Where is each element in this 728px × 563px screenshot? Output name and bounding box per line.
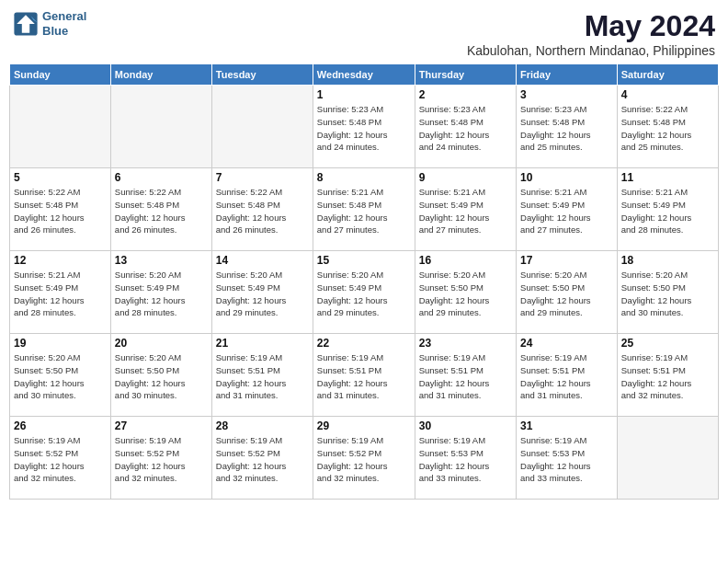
calendar-cell: 16Sunrise: 5:20 AMSunset: 5:50 PMDayligh… <box>415 251 516 334</box>
day-number: 25 <box>621 337 714 350</box>
calendar-cell: 17Sunrise: 5:20 AMSunset: 5:50 PMDayligh… <box>517 251 618 334</box>
day-number: 3 <box>520 88 613 101</box>
weekday-header-friday: Friday <box>517 64 618 86</box>
calendar-cell: 27Sunrise: 5:19 AMSunset: 5:52 PMDayligh… <box>110 417 211 500</box>
logo-icon <box>13 11 39 37</box>
calendar-cell: 26Sunrise: 5:19 AMSunset: 5:52 PMDayligh… <box>10 417 111 500</box>
day-info: Sunrise: 5:19 AMSunset: 5:52 PMDaylight:… <box>216 434 309 485</box>
calendar-cell: 30Sunrise: 5:19 AMSunset: 5:53 PMDayligh… <box>415 417 516 500</box>
calendar-cell: 28Sunrise: 5:19 AMSunset: 5:52 PMDayligh… <box>211 417 313 500</box>
day-number: 26 <box>14 419 107 432</box>
day-info: Sunrise: 5:23 AMSunset: 5:48 PMDaylight:… <box>317 103 411 154</box>
week-row-5: 26Sunrise: 5:19 AMSunset: 5:52 PMDayligh… <box>10 417 719 500</box>
calendar-cell: 8Sunrise: 5:21 AMSunset: 5:48 PMDaylight… <box>313 168 415 251</box>
weekday-header-saturday: Saturday <box>617 64 718 86</box>
title-block: May 2024 Kabulohan, Northern Mindanao, P… <box>467 9 715 58</box>
day-number: 11 <box>621 171 714 184</box>
day-info: Sunrise: 5:19 AMSunset: 5:51 PMDaylight:… <box>216 351 309 402</box>
day-number: 10 <box>520 171 613 184</box>
weekday-header-thursday: Thursday <box>415 64 516 86</box>
logo: General Blue <box>13 9 86 38</box>
day-number: 17 <box>520 254 613 267</box>
calendar-cell: 29Sunrise: 5:19 AMSunset: 5:52 PMDayligh… <box>313 417 415 500</box>
month-title: May 2024 <box>467 9 715 43</box>
day-number: 31 <box>520 419 613 432</box>
calendar-cell: 19Sunrise: 5:20 AMSunset: 5:50 PMDayligh… <box>10 334 111 417</box>
calendar-cell: 9Sunrise: 5:21 AMSunset: 5:49 PMDaylight… <box>415 168 516 251</box>
day-info: Sunrise: 5:19 AMSunset: 5:52 PMDaylight:… <box>14 434 107 485</box>
weekday-header-wednesday: Wednesday <box>313 64 415 86</box>
day-number: 15 <box>317 254 411 267</box>
day-number: 21 <box>216 337 309 350</box>
calendar-cell: 25Sunrise: 5:19 AMSunset: 5:51 PMDayligh… <box>617 334 718 417</box>
calendar-cell: 13Sunrise: 5:20 AMSunset: 5:49 PMDayligh… <box>110 251 211 334</box>
calendar-cell: 20Sunrise: 5:20 AMSunset: 5:50 PMDayligh… <box>110 334 211 417</box>
calendar-cell: 11Sunrise: 5:21 AMSunset: 5:49 PMDayligh… <box>617 168 718 251</box>
calendar-cell: 14Sunrise: 5:20 AMSunset: 5:49 PMDayligh… <box>211 251 313 334</box>
calendar-table: SundayMondayTuesdayWednesdayThursdayFrid… <box>9 63 719 500</box>
day-info: Sunrise: 5:20 AMSunset: 5:50 PMDaylight:… <box>621 269 714 319</box>
calendar-header-row: SundayMondayTuesdayWednesdayThursdayFrid… <box>10 64 719 86</box>
day-info: Sunrise: 5:19 AMSunset: 5:52 PMDaylight:… <box>115 434 208 485</box>
day-number: 4 <box>621 88 714 101</box>
calendar-cell: 1Sunrise: 5:23 AMSunset: 5:48 PMDaylight… <box>313 86 415 168</box>
calendar-cell: 4Sunrise: 5:22 AMSunset: 5:48 PMDaylight… <box>617 86 718 168</box>
day-info: Sunrise: 5:21 AMSunset: 5:49 PMDaylight:… <box>419 186 512 236</box>
calendar-cell: 2Sunrise: 5:23 AMSunset: 5:48 PMDaylight… <box>415 86 516 168</box>
day-info: Sunrise: 5:21 AMSunset: 5:48 PMDaylight:… <box>317 186 411 236</box>
calendar-cell <box>211 86 313 168</box>
day-number: 24 <box>520 337 613 350</box>
weekday-header-monday: Monday <box>110 64 211 86</box>
day-number: 28 <box>216 419 309 432</box>
day-info: Sunrise: 5:19 AMSunset: 5:51 PMDaylight:… <box>419 351 512 402</box>
day-info: Sunrise: 5:20 AMSunset: 5:49 PMDaylight:… <box>317 269 411 319</box>
day-number: 6 <box>115 171 208 184</box>
day-info: Sunrise: 5:23 AMSunset: 5:48 PMDaylight:… <box>419 103 512 154</box>
day-info: Sunrise: 5:19 AMSunset: 5:53 PMDaylight:… <box>520 434 613 485</box>
day-number: 5 <box>14 171 107 184</box>
week-row-4: 19Sunrise: 5:20 AMSunset: 5:50 PMDayligh… <box>10 334 719 417</box>
calendar-cell: 7Sunrise: 5:22 AMSunset: 5:48 PMDaylight… <box>211 168 313 251</box>
calendar-cell: 12Sunrise: 5:21 AMSunset: 5:49 PMDayligh… <box>10 251 111 334</box>
day-info: Sunrise: 5:19 AMSunset: 5:51 PMDaylight:… <box>317 351 411 402</box>
location: Kabulohan, Northern Mindanao, Philippine… <box>467 43 715 58</box>
calendar-cell: 22Sunrise: 5:19 AMSunset: 5:51 PMDayligh… <box>313 334 415 417</box>
week-row-2: 5Sunrise: 5:22 AMSunset: 5:48 PMDaylight… <box>10 168 719 251</box>
day-number: 18 <box>621 254 714 267</box>
weekday-header-tuesday: Tuesday <box>211 64 313 86</box>
calendar-cell: 10Sunrise: 5:21 AMSunset: 5:49 PMDayligh… <box>517 168 618 251</box>
calendar-cell: 5Sunrise: 5:22 AMSunset: 5:48 PMDaylight… <box>10 168 111 251</box>
calendar-cell: 3Sunrise: 5:23 AMSunset: 5:48 PMDaylight… <box>517 86 618 168</box>
day-info: Sunrise: 5:22 AMSunset: 5:48 PMDaylight:… <box>14 186 107 236</box>
day-info: Sunrise: 5:20 AMSunset: 5:50 PMDaylight:… <box>520 269 613 319</box>
day-number: 14 <box>216 254 309 267</box>
day-info: Sunrise: 5:20 AMSunset: 5:50 PMDaylight:… <box>14 351 107 402</box>
calendar-cell: 31Sunrise: 5:19 AMSunset: 5:53 PMDayligh… <box>517 417 618 500</box>
day-number: 1 <box>317 88 411 101</box>
day-number: 2 <box>419 88 512 101</box>
day-info: Sunrise: 5:20 AMSunset: 5:49 PMDaylight:… <box>216 269 309 319</box>
calendar-cell <box>617 417 718 500</box>
calendar-cell: 21Sunrise: 5:19 AMSunset: 5:51 PMDayligh… <box>211 334 313 417</box>
day-info: Sunrise: 5:23 AMSunset: 5:48 PMDaylight:… <box>520 103 613 154</box>
day-info: Sunrise: 5:20 AMSunset: 5:50 PMDaylight:… <box>115 351 208 402</box>
day-number: 27 <box>115 419 208 432</box>
day-info: Sunrise: 5:19 AMSunset: 5:51 PMDaylight:… <box>621 351 714 402</box>
day-number: 20 <box>115 337 208 350</box>
calendar-cell: 24Sunrise: 5:19 AMSunset: 5:51 PMDayligh… <box>517 334 618 417</box>
day-number: 29 <box>317 419 411 432</box>
day-info: Sunrise: 5:21 AMSunset: 5:49 PMDaylight:… <box>621 186 714 236</box>
day-info: Sunrise: 5:22 AMSunset: 5:48 PMDaylight:… <box>115 186 208 236</box>
day-number: 13 <box>115 254 208 267</box>
day-info: Sunrise: 5:19 AMSunset: 5:51 PMDaylight:… <box>520 351 613 402</box>
day-number: 30 <box>419 419 512 432</box>
day-number: 19 <box>14 337 107 350</box>
day-info: Sunrise: 5:20 AMSunset: 5:50 PMDaylight:… <box>419 269 512 319</box>
calendar-cell <box>110 86 211 168</box>
calendar-cell: 23Sunrise: 5:19 AMSunset: 5:51 PMDayligh… <box>415 334 516 417</box>
day-number: 23 <box>419 337 512 350</box>
calendar-cell: 18Sunrise: 5:20 AMSunset: 5:50 PMDayligh… <box>617 251 718 334</box>
day-info: Sunrise: 5:22 AMSunset: 5:48 PMDaylight:… <box>216 186 309 236</box>
calendar-cell <box>10 86 111 168</box>
calendar-cell: 15Sunrise: 5:20 AMSunset: 5:49 PMDayligh… <box>313 251 415 334</box>
